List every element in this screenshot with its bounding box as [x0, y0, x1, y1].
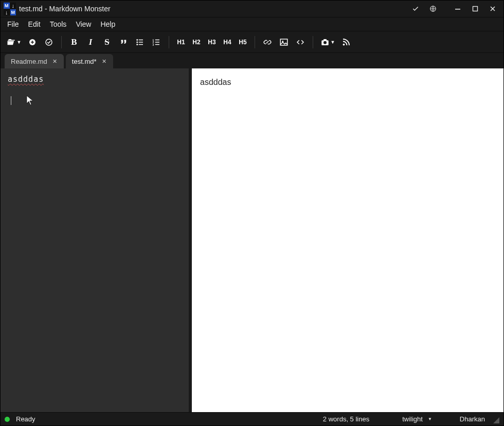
- menu-view[interactable]: View: [71, 19, 96, 30]
- menubar: File Edit Tools View Help: [1, 17, 503, 31]
- svg-point-22: [343, 43, 345, 45]
- titlebar: M↓↓M test.md - Markdown Monster: [1, 1, 503, 17]
- window-title: test.md - Markdown Monster: [19, 5, 111, 13]
- tab-label: test.md*: [72, 58, 97, 65]
- svg-rect-14: [155, 42, 159, 43]
- svg-rect-10: [139, 44, 143, 45]
- app-window: M↓↓M test.md - Markdown Monster File Edi…: [0, 0, 504, 426]
- save-check-icon[interactable]: [407, 1, 424, 17]
- editor-pane[interactable]: asdddas: [1, 68, 189, 412]
- h5-button[interactable]: H5: [236, 35, 249, 49]
- window-title-app: Markdown Monster: [49, 5, 111, 13]
- maximize-button[interactable]: [466, 1, 484, 17]
- window-title-sep: -: [45, 5, 47, 13]
- window-title-file: test.md: [19, 5, 43, 13]
- app-icon: M↓↓M: [4, 3, 16, 15]
- toolbar-separator: [255, 36, 255, 48]
- menu-edit[interactable]: Edit: [24, 19, 45, 30]
- tab-close-icon[interactable]: ✕: [51, 58, 59, 65]
- tab-label: Readme.md: [11, 58, 47, 65]
- editor-theme-label: twilight: [402, 415, 423, 423]
- bold-button[interactable]: B: [67, 35, 81, 49]
- status-ready: Ready: [16, 415, 35, 423]
- minimize-button[interactable]: [449, 1, 466, 17]
- preview-pane: asdddas: [192, 68, 503, 412]
- svg-rect-8: [139, 42, 143, 43]
- svg-rect-20: [323, 39, 327, 41]
- svg-point-21: [323, 41, 327, 44]
- save-button[interactable]: [42, 35, 56, 49]
- tab-readme[interactable]: Readme.md ✕: [5, 54, 64, 68]
- tab-close-icon[interactable]: ✕: [101, 58, 108, 65]
- text-cursor: [11, 96, 11, 105]
- svg-rect-16: [155, 44, 159, 45]
- menu-tools[interactable]: Tools: [45, 19, 71, 30]
- svg-point-4: [46, 39, 52, 45]
- svg-rect-2: [473, 7, 478, 11]
- status-stats: 2 words, 5 lines: [323, 415, 369, 423]
- h3-button[interactable]: H3: [205, 35, 219, 49]
- svg-point-7: [136, 41, 138, 43]
- svg-text:3: 3: [153, 43, 154, 46]
- preview-theme-label: Dharkan: [460, 415, 485, 423]
- svg-rect-17: [280, 39, 287, 45]
- menu-help[interactable]: Help: [96, 19, 120, 30]
- h1-button[interactable]: H1: [174, 35, 188, 49]
- svg-point-9: [136, 44, 138, 45]
- editor-content: asdddas: [8, 75, 44, 84]
- strikethrough-button[interactable]: S: [100, 35, 114, 49]
- toolbar: ▼ B I S 123 H1 H2 H3 H4 H5: [1, 31, 503, 53]
- mouse-cursor-icon: [26, 95, 33, 108]
- dropdown-caret-icon: ▼: [428, 417, 432, 421]
- close-button[interactable]: [484, 1, 501, 17]
- blockquote-button[interactable]: [116, 35, 131, 49]
- preview-theme-selector[interactable]: Dharkan: [460, 415, 485, 423]
- ordered-list-button[interactable]: 123: [149, 35, 164, 49]
- italic-button[interactable]: I: [83, 35, 98, 49]
- globe-icon[interactable]: [424, 1, 442, 17]
- tab-test[interactable]: test.md* ✕: [66, 54, 113, 68]
- svg-rect-12: [155, 39, 159, 40]
- rss-button[interactable]: [339, 35, 353, 49]
- toolbar-separator: [313, 36, 313, 48]
- editor-theme-selector[interactable]: twilight ▼: [402, 415, 432, 423]
- image-button[interactable]: [277, 35, 291, 49]
- work-area: asdddas asdddas: [1, 68, 503, 412]
- toolbar-separator: [169, 36, 169, 48]
- toolbar-separator: [61, 36, 62, 48]
- screenshot-button[interactable]: ▼: [318, 35, 337, 49]
- status-indicator-icon: [5, 417, 10, 422]
- svg-rect-6: [139, 39, 143, 40]
- statusbar: Ready 2 words, 5 lines twilight ▼ Dharka…: [1, 412, 503, 425]
- code-button[interactable]: [293, 35, 308, 49]
- menu-file[interactable]: File: [3, 19, 24, 30]
- link-button[interactable]: [260, 35, 275, 49]
- preview-content: asdddas: [200, 78, 231, 86]
- h4-button[interactable]: H4: [221, 35, 234, 49]
- resize-grip[interactable]: [491, 415, 499, 423]
- tab-strip: Readme.md ✕ test.md* ✕: [1, 53, 503, 68]
- unordered-list-button[interactable]: [133, 35, 147, 49]
- new-file-button[interactable]: [25, 35, 40, 49]
- h2-button[interactable]: H2: [190, 35, 203, 49]
- svg-point-5: [136, 39, 138, 41]
- svg-rect-1: [455, 9, 460, 10]
- open-file-button[interactable]: ▼: [5, 35, 23, 49]
